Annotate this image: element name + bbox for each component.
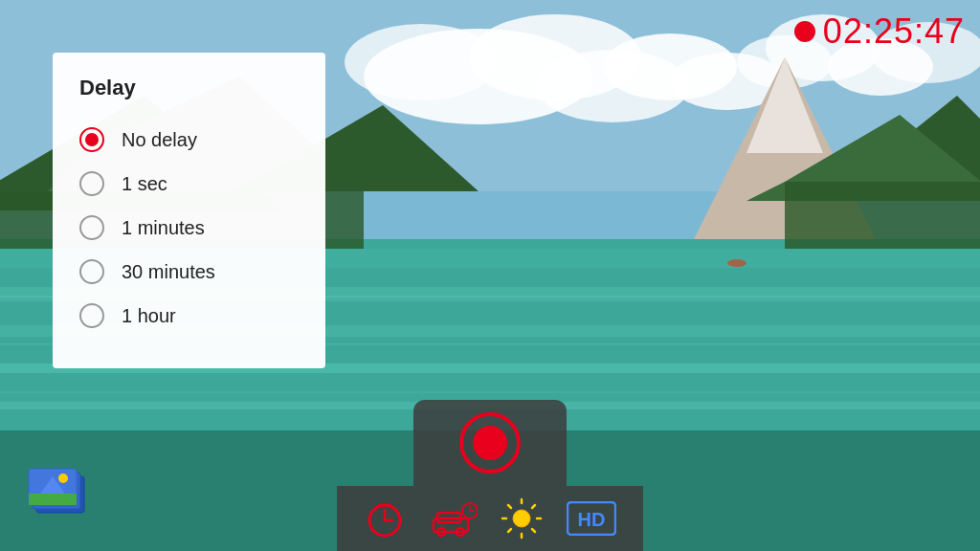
record-button-inner bbox=[473, 426, 507, 460]
delay-option-30min[interactable]: 30 minutes bbox=[79, 250, 299, 294]
radio-1min bbox=[79, 215, 104, 240]
svg-line-58 bbox=[532, 529, 535, 532]
gallery-icon[interactable] bbox=[27, 463, 92, 524]
timer-icon[interactable] bbox=[364, 497, 406, 540]
delay-option-1hour[interactable]: 1 hour bbox=[79, 294, 299, 338]
svg-line-56 bbox=[532, 505, 535, 508]
recording-indicator: 02:25:47 bbox=[794, 11, 965, 52]
label-1sec: 1 sec bbox=[122, 173, 167, 195]
radio-30min bbox=[79, 259, 104, 284]
label-1hour: 1 hour bbox=[122, 305, 176, 327]
radio-1sec bbox=[79, 171, 104, 196]
svg-rect-30 bbox=[785, 182, 980, 249]
svg-line-55 bbox=[508, 505, 511, 508]
bottom-toolbar: HD bbox=[337, 400, 643, 551]
hd-icon[interactable]: HD bbox=[567, 501, 616, 536]
label-30min: 30 minutes bbox=[122, 261, 215, 283]
delay-title: Delay bbox=[79, 76, 299, 100]
delay-panel: Delay No delay 1 sec 1 minutes 30 minute… bbox=[53, 53, 325, 368]
label-1min: 1 minutes bbox=[122, 217, 205, 239]
svg-point-11 bbox=[345, 24, 498, 100]
radio-1hour bbox=[79, 303, 104, 328]
svg-rect-38 bbox=[29, 499, 77, 505]
toolbar-icons: HD bbox=[337, 486, 643, 551]
svg-point-37 bbox=[58, 474, 68, 483]
record-button[interactable] bbox=[459, 412, 521, 474]
svg-point-28 bbox=[727, 259, 746, 267]
delay-option-no-delay[interactable]: No delay bbox=[79, 118, 299, 162]
delay-option-1sec[interactable]: 1 sec bbox=[79, 162, 299, 206]
svg-point-50 bbox=[513, 510, 530, 527]
delay-option-1min[interactable]: 1 minutes bbox=[79, 206, 299, 250]
delay-icon[interactable] bbox=[430, 497, 478, 540]
record-dot-indicator bbox=[794, 21, 815, 42]
radio-inner-no-delay bbox=[85, 133, 99, 146]
brightness-icon[interactable] bbox=[501, 497, 543, 540]
record-button-container bbox=[413, 400, 567, 486]
timer-display: 02:25:47 bbox=[823, 11, 965, 52]
radio-no-delay bbox=[79, 127, 104, 152]
svg-line-57 bbox=[508, 529, 511, 532]
svg-text:HD: HD bbox=[577, 509, 605, 530]
label-no-delay: No delay bbox=[122, 129, 197, 151]
